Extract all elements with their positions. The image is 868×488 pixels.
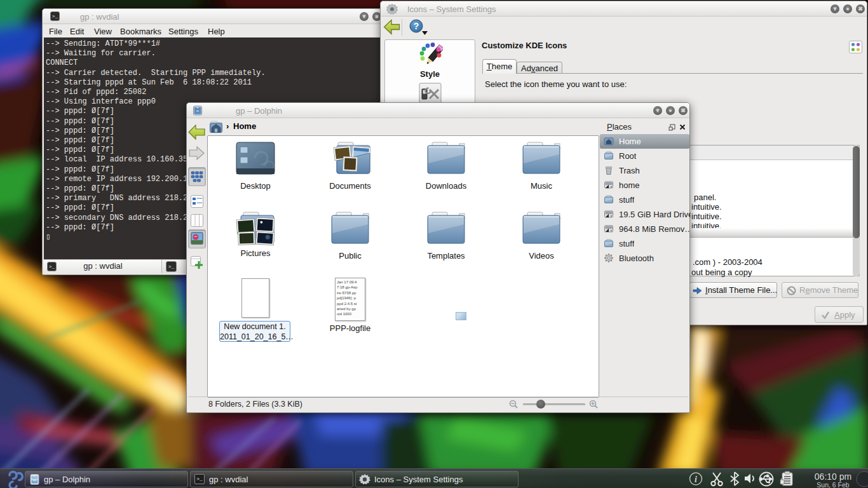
svg-text:?: ? [414,21,419,31]
svg-text:i: i [695,475,697,484]
